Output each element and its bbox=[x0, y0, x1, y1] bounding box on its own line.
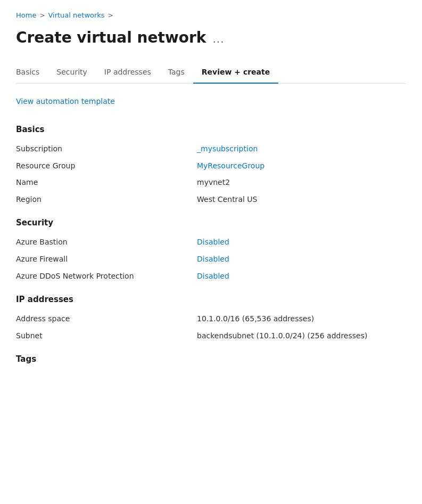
tags-section-title: Tags bbox=[16, 354, 406, 365]
field-resource-group: Resource Group MyResourceGroup bbox=[16, 161, 406, 172]
field-value-name: myvnet2 bbox=[197, 177, 230, 188]
field-label-address-space: Address space bbox=[16, 314, 197, 324]
security-section: Security Azure Bastion Disabled Azure Fi… bbox=[16, 217, 406, 281]
security-section-title: Security bbox=[16, 217, 406, 229]
breadcrumb: Home > Virtual networks > bbox=[16, 11, 406, 20]
automation-template-link[interactable]: View automation template bbox=[16, 96, 115, 107]
tab-security[interactable]: Security bbox=[48, 62, 96, 84]
field-ddos-protection: Azure DDoS Network Protection Disabled bbox=[16, 271, 406, 282]
field-region: Region West Central US bbox=[16, 194, 406, 205]
field-value-region: West Central US bbox=[197, 194, 257, 205]
tab-basics[interactable]: Basics bbox=[16, 62, 48, 84]
ip-addresses-section: IP addresses Address space 10.1.0.0/16 (… bbox=[16, 294, 406, 341]
field-value-subscription: _mysubscription bbox=[197, 144, 258, 155]
field-label-region: Region bbox=[16, 194, 197, 205]
field-label-azure-firewall: Azure Firewall bbox=[16, 254, 197, 265]
basics-section: Basics Subscription _mysubscription Reso… bbox=[16, 124, 406, 205]
breadcrumb-home[interactable]: Home bbox=[16, 11, 36, 20]
tab-ip-addresses[interactable]: IP addresses bbox=[96, 62, 160, 84]
field-subscription: Subscription _mysubscription bbox=[16, 144, 406, 155]
page-title-row: Create virtual network ... bbox=[16, 29, 406, 47]
field-value-azure-firewall: Disabled bbox=[197, 254, 229, 265]
basics-section-title: Basics bbox=[16, 124, 406, 135]
field-name: Name myvnet2 bbox=[16, 177, 406, 188]
field-label-subnet: Subnet bbox=[16, 331, 197, 342]
breadcrumb-sep2: > bbox=[108, 11, 113, 20]
field-value-subnet: backendsubnet (10.1.0.0/24) (256 address… bbox=[197, 331, 367, 342]
field-label-ddos-protection: Azure DDoS Network Protection bbox=[16, 271, 197, 282]
ip-addresses-section-title: IP addresses bbox=[16, 294, 406, 305]
field-address-space: Address space 10.1.0.0/16 (65,536 addres… bbox=[16, 314, 406, 324]
field-azure-firewall: Azure Firewall Disabled bbox=[16, 254, 406, 265]
field-value-ddos-protection: Disabled bbox=[197, 271, 229, 282]
field-value-address-space: 10.1.0.0/16 (65,536 addresses) bbox=[197, 314, 314, 324]
field-value-azure-bastion: Disabled bbox=[197, 237, 229, 248]
ellipsis-menu-button[interactable]: ... bbox=[212, 34, 224, 44]
field-label-name: Name bbox=[16, 177, 197, 188]
tags-section: Tags bbox=[16, 354, 406, 365]
field-value-resource-group: MyResourceGroup bbox=[197, 161, 264, 172]
field-label-subscription: Subscription bbox=[16, 144, 197, 155]
field-label-azure-bastion: Azure Bastion bbox=[16, 237, 197, 248]
page-title: Create virtual network bbox=[16, 29, 206, 47]
field-subnet: Subnet backendsubnet (10.1.0.0/24) (256 … bbox=[16, 331, 406, 342]
page-container: Home > Virtual networks > Create virtual… bbox=[0, 0, 422, 504]
breadcrumb-sep1: > bbox=[39, 11, 45, 20]
field-azure-bastion: Azure Bastion Disabled bbox=[16, 237, 406, 248]
tab-tags[interactable]: Tags bbox=[160, 62, 193, 84]
tab-review-create[interactable]: Review + create bbox=[193, 62, 278, 84]
breadcrumb-vnet[interactable]: Virtual networks bbox=[48, 11, 104, 20]
tabs-row: Basics Security IP addresses Tags Review… bbox=[16, 62, 406, 84]
field-label-resource-group: Resource Group bbox=[16, 161, 197, 172]
